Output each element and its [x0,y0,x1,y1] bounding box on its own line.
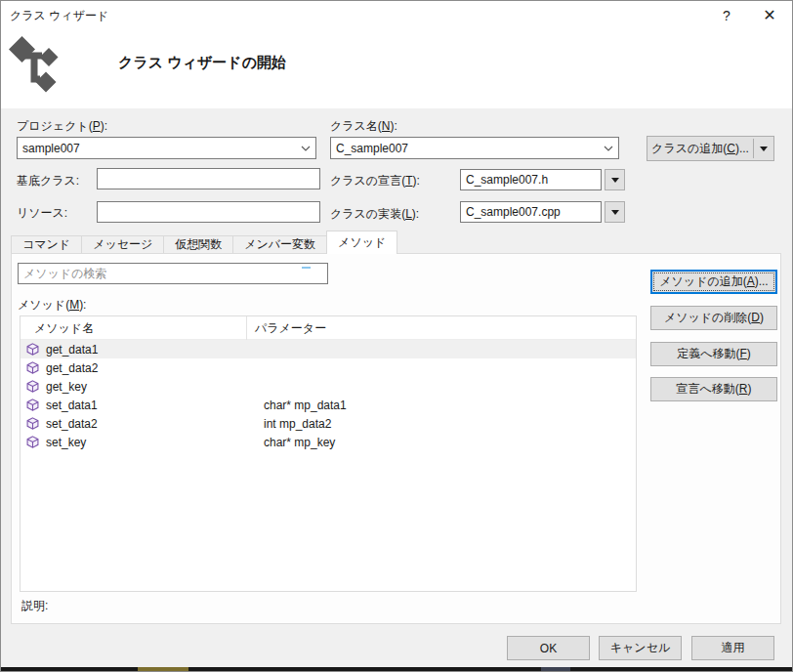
table-row[interactable]: set_key char* mp_key [21,433,636,451]
chevron-down-icon[interactable] [296,146,315,151]
method-name: get_key [46,380,255,394]
method-params: int mp_data2 [255,417,331,431]
chevron-down-icon[interactable] [599,146,618,151]
label-text: クラスの実装( [330,207,405,221]
base-class-label: 基底クラス: [17,173,79,189]
label-text: ): [412,207,419,221]
label-text: プロジェクト( [17,119,93,133]
method-name: set_key [46,436,255,449]
delete-method-button[interactable]: メソッドの削除(D) [650,306,777,330]
close-icon[interactable]: ✕ [755,4,784,27]
method-icon [26,361,39,374]
method-params: char* mp_key [255,436,335,449]
method-icon [26,436,39,448]
project-combobox-value: sample007 [18,142,296,155]
background-window-fragment [541,667,570,671]
table-row[interactable]: get_data2 [21,358,636,377]
tab-methods[interactable]: メソッド [326,231,397,254]
table-row[interactable]: get_data1 [21,340,636,358]
mnemonic: D [751,311,760,324]
dialog-body: プロジェクト(P): sample007 クラス名(N): C_sample00… [1,108,793,669]
project-combobox[interactable]: sample007 [17,137,316,159]
class-name-combobox[interactable]: C_sample007 [330,137,619,159]
label-text: クラスの追加( [651,141,727,157]
class-declaration-label: クラスの宣言(T): [330,173,420,189]
label-text: クラス名( [330,119,382,133]
mnemonic: N [382,119,391,133]
method-list-header: メソッド名 パラメーター [21,316,636,340]
class-declaration-field[interactable]: C_sample007.h [460,169,602,190]
window-title: クラス ウィザード [10,8,108,24]
mnemonic: C [727,142,735,155]
method-list[interactable]: メソッド名 パラメーター get_data1 get_data2 get_key [20,315,637,592]
method-name: get_data2 [46,361,255,375]
class-implementation-label: クラスの実装(L): [330,206,419,223]
go-to-declaration-button[interactable]: 宣言へ移動(R) [650,377,777,401]
mnemonic: A [747,274,755,288]
label-text: ): [412,174,419,188]
go-to-definition-button[interactable]: 定義へ移動(F) [650,342,777,366]
method-icon [26,399,39,411]
column-divider[interactable] [246,316,247,340]
resource-label: リソース: [17,205,67,222]
method-icon [26,380,39,393]
label-text: メソッドの追加( [659,274,746,288]
method-icon [26,343,39,356]
method-list-label: メソッド(M): [18,297,86,314]
label-text: ): [391,119,397,133]
dropdown-arrow-icon [611,210,619,215]
class-wizard-dialog: クラス ウィザード ? ✕ クラス ウィザードの開始 プロジェクト(P): sa… [0,0,793,672]
apply-button[interactable]: 適用 [691,636,774,660]
table-row[interactable]: set_data1 char* mp_data1 [21,396,636,414]
label-text: ): [79,298,86,312]
class-wizard-icon [9,36,60,95]
background-window-fragment [138,667,188,671]
tab-strip: コマンド メッセージ 仮想関数 メンバー変数 メソッド [11,231,396,254]
dropdown-arrow-icon [760,147,768,151]
project-label: プロジェクト(P): [17,118,107,135]
ok-button[interactable]: OK [507,636,590,660]
title-bar: クラス ウィザード ? ✕ [1,1,792,30]
resource-field[interactable] [97,201,320,223]
mnemonic: F [739,347,746,360]
add-class-dropdown-button[interactable] [754,137,773,160]
column-header-method-name[interactable]: メソッド名 [34,320,94,337]
label-text: ) [760,311,764,324]
tab-member-variables[interactable]: メンバー変数 [232,235,327,253]
mnemonic: P [93,119,101,133]
method-icon [26,417,39,430]
cancel-button[interactable]: キャンセル [599,636,682,660]
class-name-label: クラス名(N): [330,118,397,135]
search-input[interactable] [18,263,328,284]
class-name-combobox-value: C_sample007 [331,142,599,155]
column-header-parameters[interactable]: パラメーター [255,320,326,337]
label-text: ) [747,347,751,360]
class-declaration-dropdown-button[interactable] [605,169,625,190]
label-text: メソッドの削除( [664,311,751,324]
method-params: char* mp_data1 [255,399,347,412]
label-text: クラスの宣言( [330,174,405,188]
class-implementation-dropdown-button[interactable] [605,201,625,223]
add-class-button[interactable]: クラスの追加(C)... [647,137,753,160]
label-text: ) [747,382,751,396]
tab-commands[interactable]: コマンド [11,235,82,253]
mnemonic: M [69,298,79,312]
table-row[interactable]: set_data2 int mp_data2 [21,414,636,433]
base-class-field[interactable] [97,168,320,189]
label-text: )... [755,274,769,288]
tab-messages[interactable]: メッセージ [81,235,164,253]
dropdown-arrow-icon [611,178,619,183]
class-implementation-field[interactable]: C_sample007.cpp [460,201,602,223]
page-title: クラス ウィザードの開始 [118,54,286,72]
add-method-button[interactable]: メソッドの追加(A)... [650,270,777,294]
tab-virtual-functions[interactable]: 仮想関数 [163,235,233,253]
help-button[interactable]: ? [712,4,741,27]
method-name: get_data1 [46,343,255,357]
label-text: )... [735,142,749,155]
search-decoration-dash-icon [302,267,311,269]
wizard-header: クラス ウィザードの開始 [1,30,792,108]
label-text: ): [101,119,107,133]
label-text: 定義へ移動( [677,347,739,360]
table-row[interactable]: get_key [21,377,636,396]
background-window-edge [1,667,792,671]
